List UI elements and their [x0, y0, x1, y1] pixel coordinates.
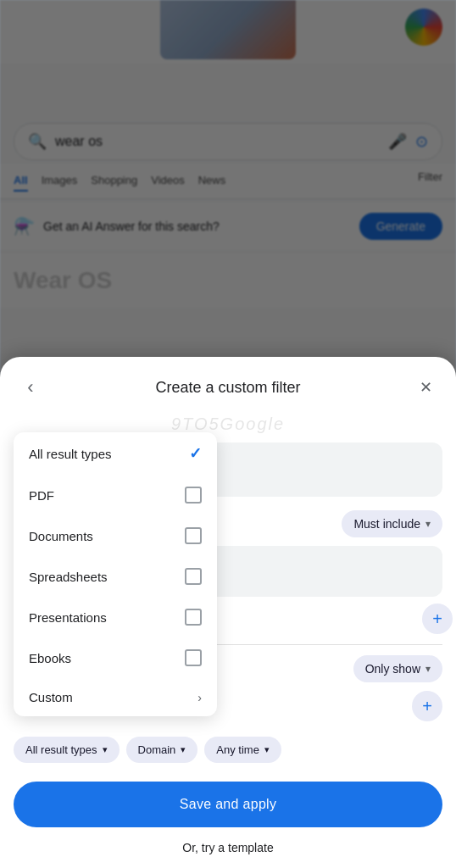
chip-domain[interactable]: Domain ▾ [126, 737, 198, 763]
only-show-chevron: ▾ [425, 663, 431, 675]
must-include-dropdown[interactable]: Must include ▾ [342, 510, 442, 537]
dropdown-documents-label: Documents [29, 529, 93, 543]
chip-any-time-chevron: ▾ [264, 744, 270, 755]
dropdown-ebooks-label: Ebooks [29, 651, 71, 665]
dropdown-custom-label: Custom [29, 690, 73, 704]
chevron-right-custom: › [197, 691, 202, 704]
dropdown-item-custom[interactable]: Custom › [14, 678, 217, 716]
bottom-chips-row: All result types ▾ Domain ▾ Any time ▾ [0, 728, 456, 771]
dropdown-presentations-label: Presentations [29, 610, 107, 625]
chip-domain-label: Domain [138, 743, 176, 756]
checkbox-documents[interactable] [185, 527, 202, 544]
add-filetype-button[interactable]: + [412, 691, 442, 721]
add-keyword-button[interactable]: + [422, 604, 453, 634]
checkbox-presentations[interactable] [185, 609, 202, 626]
sheet-watermark: 9TO5Google [0, 415, 456, 434]
template-link[interactable]: Or, try a template [0, 834, 456, 868]
close-button[interactable]: ✕ [412, 374, 439, 401]
dropdown-item-all-result-types[interactable]: All result types ✓ [14, 432, 217, 475]
chip-all-result-types[interactable]: All result types ▾ [14, 737, 120, 763]
chip-any-time-label: Any time [216, 743, 259, 756]
save-btn-section: Save and apply [0, 771, 456, 834]
back-button[interactable]: ‹ [17, 374, 44, 401]
only-show-dropdown[interactable]: Only show ▾ [353, 655, 442, 682]
checkbox-spreadsheets[interactable] [185, 568, 202, 585]
chip-all-result-types-chevron: ▾ [103, 744, 108, 755]
check-icon-all: ✓ [189, 444, 202, 463]
dropdown-item-presentations[interactable]: Presentations [14, 597, 217, 637]
dropdown-item-pdf[interactable]: PDF [14, 475, 217, 515]
chip-all-result-types-label: All result types [25, 743, 97, 756]
dropdown-spreadsheets-label: Spreadsheets [29, 570, 108, 584]
modal-title: Create a custom filter [44, 379, 412, 397]
only-show-label: Only show [365, 662, 420, 676]
must-include-chevron: ▾ [425, 518, 431, 530]
chip-domain-chevron: ▾ [181, 744, 186, 755]
dropdown-item-ebooks[interactable]: Ebooks [14, 637, 217, 678]
dropdown-item-spreadsheets[interactable]: Spreadsheets [14, 556, 217, 597]
modal-header: ‹ Create a custom filter ✕ [0, 357, 456, 411]
must-include-label: Must include [353, 517, 420, 531]
dropdown-all-result-types-label: All result types [29, 447, 112, 461]
checkbox-pdf[interactable] [185, 487, 202, 504]
chip-any-time[interactable]: Any time ▾ [204, 737, 281, 763]
dropdown-pdf-label: PDF [29, 488, 54, 503]
result-types-dropdown: All result types ✓ PDF Documents Spreads… [14, 432, 217, 716]
checkbox-ebooks[interactable] [185, 649, 202, 666]
dropdown-item-documents[interactable]: Documents [14, 515, 217, 556]
save-and-apply-button[interactable]: Save and apply [14, 782, 442, 827]
close-icon: ✕ [420, 378, 432, 397]
back-icon: ‹ [27, 376, 33, 398]
